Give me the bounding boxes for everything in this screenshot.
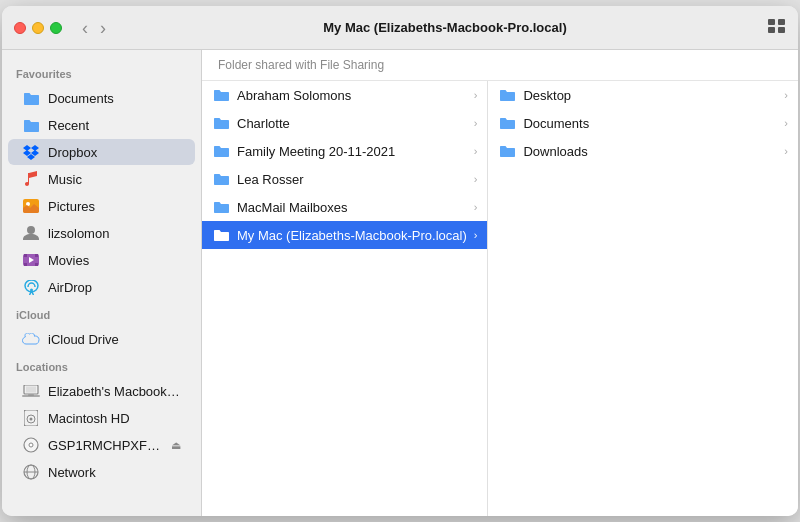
mymac-folder-icon bbox=[212, 226, 230, 244]
col-label-downloads: Downloads bbox=[523, 144, 777, 159]
svg-point-6 bbox=[27, 226, 35, 234]
col-item-downloads[interactable]: Downloads› bbox=[488, 137, 798, 165]
movies-icon bbox=[22, 251, 40, 269]
traffic-lights bbox=[14, 22, 62, 34]
svg-rect-9 bbox=[35, 254, 38, 257]
sidebar-item-recent[interactable]: Recent bbox=[8, 112, 195, 138]
network-icon bbox=[22, 463, 40, 481]
nav-buttons: ‹ › bbox=[78, 19, 110, 37]
sidebar-item-label-macintosh-hd: Macintosh HD bbox=[48, 411, 130, 426]
chevron-icon: › bbox=[474, 117, 478, 129]
col-label-desktop: Desktop bbox=[523, 88, 777, 103]
sidebar-item-label-recent: Recent bbox=[48, 118, 89, 133]
sidebar-item-network[interactable]: Network bbox=[8, 459, 195, 485]
sidebar-item-music[interactable]: Music bbox=[8, 166, 195, 192]
sidebar-item-lizsolomon[interactable]: lizsolomon bbox=[8, 220, 195, 246]
window-title: My Mac (Elizabeths-Macbook-Pro.local) bbox=[122, 20, 768, 35]
main-content: Folder shared with File Sharing Abraham … bbox=[202, 50, 798, 516]
recent-icon bbox=[22, 116, 40, 134]
svg-rect-3 bbox=[778, 27, 785, 33]
col-item-desktop[interactable]: Desktop› bbox=[488, 81, 798, 109]
sidebar-section-label: Favourites bbox=[2, 60, 201, 84]
col-label-charlotte: Charlotte bbox=[237, 116, 467, 131]
sidebar-section-label: iCloud bbox=[2, 301, 201, 325]
chevron-icon: › bbox=[474, 173, 478, 185]
finder-window: ‹ › My Mac (Elizabeths-Macbook-Pro.local… bbox=[2, 6, 798, 516]
charlotte-folder-icon bbox=[212, 114, 230, 132]
pictures-icon bbox=[22, 197, 40, 215]
sidebar-item-icloud-drive[interactable]: iCloud Drive bbox=[8, 326, 195, 352]
columns-view: Abraham Solomons›Charlotte›Family Meetin… bbox=[202, 81, 798, 516]
col-label-family: Family Meeting 20-11-2021 bbox=[237, 144, 467, 159]
abraham-folder-icon bbox=[212, 86, 230, 104]
sidebar-item-movies[interactable]: Movies bbox=[8, 247, 195, 273]
right-column: Desktop›Documents›Downloads› bbox=[488, 81, 798, 516]
sidebar-item-label-macbook: Elizabeth's Macbook Pro (2) bbox=[48, 384, 181, 399]
svg-rect-2 bbox=[768, 27, 775, 33]
eject-icon[interactable]: ⏏ bbox=[171, 439, 181, 452]
macintosh-hd-icon bbox=[22, 409, 40, 427]
col-item-charlotte[interactable]: Charlotte› bbox=[202, 109, 487, 137]
titlebar-actions bbox=[768, 17, 786, 38]
sidebar-item-pictures[interactable]: Pictures bbox=[8, 193, 195, 219]
chevron-icon: › bbox=[784, 117, 788, 129]
gsp-icon bbox=[22, 436, 40, 454]
close-button[interactable] bbox=[14, 22, 26, 34]
col-label-lea: Lea Rosser bbox=[237, 172, 467, 187]
sidebar-item-label-dropbox: Dropbox bbox=[48, 145, 97, 160]
svg-point-20 bbox=[30, 418, 33, 421]
macbook-icon bbox=[22, 382, 40, 400]
col-label-abraham: Abraham Solomons bbox=[237, 88, 467, 103]
col-label-documents: Documents bbox=[523, 116, 777, 131]
svg-rect-15 bbox=[26, 386, 36, 392]
content-area: FavouritesDocumentsRecentDropboxMusicPic… bbox=[2, 50, 798, 516]
sidebar-item-label-movies: Movies bbox=[48, 253, 89, 268]
sidebar-item-gsp[interactable]: GSP1RMCHPXFRER_EN_DVD⏏ bbox=[8, 432, 195, 458]
svg-rect-10 bbox=[24, 263, 27, 266]
col-item-macmail[interactable]: MacMail Mailboxes› bbox=[202, 193, 487, 221]
dropbox-icon bbox=[22, 143, 40, 161]
svg-rect-17 bbox=[28, 394, 34, 395]
sidebar-item-label-documents: Documents bbox=[48, 91, 114, 106]
lea-folder-icon bbox=[212, 170, 230, 188]
col-item-documents[interactable]: Documents› bbox=[488, 109, 798, 137]
titlebar: ‹ › My Mac (Elizabeths-Macbook-Pro.local… bbox=[2, 6, 798, 50]
sidebar-section-label: Locations bbox=[2, 353, 201, 377]
documents-folder-icon bbox=[498, 114, 516, 132]
music-icon bbox=[22, 170, 40, 188]
downloads-folder-icon bbox=[498, 142, 516, 160]
col-item-lea[interactable]: Lea Rosser› bbox=[202, 165, 487, 193]
grid-view-icon bbox=[768, 19, 786, 33]
left-column: Abraham Solomons›Charlotte›Family Meetin… bbox=[202, 81, 488, 516]
view-options-button[interactable] bbox=[768, 17, 786, 38]
sidebar-item-label-gsp: GSP1RMCHPXFRER_EN_DVD bbox=[48, 438, 163, 453]
svg-rect-0 bbox=[768, 19, 775, 25]
sidebar-item-macbook[interactable]: Elizabeth's Macbook Pro (2) bbox=[8, 378, 195, 404]
chevron-icon: › bbox=[784, 89, 788, 101]
col-item-family[interactable]: Family Meeting 20-11-2021› bbox=[202, 137, 487, 165]
chevron-icon: › bbox=[474, 89, 478, 101]
sidebar-item-label-airdrop: AirDrop bbox=[48, 280, 92, 295]
forward-button[interactable]: › bbox=[96, 19, 110, 37]
col-label-macmail: MacMail Mailboxes bbox=[237, 200, 467, 215]
family-folder-icon bbox=[212, 142, 230, 160]
documents-icon bbox=[22, 89, 40, 107]
sidebar-item-airdrop[interactable]: AirDrop bbox=[8, 274, 195, 300]
back-button[interactable]: ‹ bbox=[78, 19, 92, 37]
sidebar-item-label-music: Music bbox=[48, 172, 82, 187]
sidebar-item-dropbox[interactable]: Dropbox bbox=[8, 139, 195, 165]
col-item-abraham[interactable]: Abraham Solomons› bbox=[202, 81, 487, 109]
desktop-folder-icon bbox=[498, 86, 516, 104]
minimize-button[interactable] bbox=[32, 22, 44, 34]
lizsolomon-icon bbox=[22, 224, 40, 242]
icloud-drive-icon bbox=[22, 330, 40, 348]
col-label-mymac: My Mac (Elizabeths-Macbook-Pro.local) bbox=[237, 228, 467, 243]
sidebar-item-macintosh-hd[interactable]: Macintosh HD bbox=[8, 405, 195, 431]
fullscreen-button[interactable] bbox=[50, 22, 62, 34]
sidebar-item-documents[interactable]: Documents bbox=[8, 85, 195, 111]
chevron-icon: › bbox=[784, 145, 788, 157]
svg-point-22 bbox=[29, 443, 33, 447]
col-item-mymac[interactable]: My Mac (Elizabeths-Macbook-Pro.local)› bbox=[202, 221, 487, 249]
svg-rect-1 bbox=[778, 19, 785, 25]
sidebar-item-label-icloud-drive: iCloud Drive bbox=[48, 332, 119, 347]
